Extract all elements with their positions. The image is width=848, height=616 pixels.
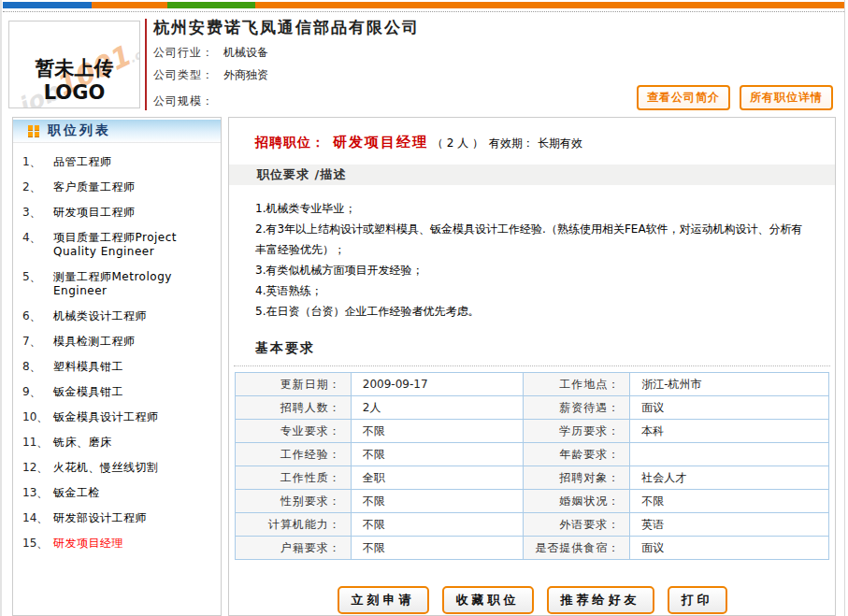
- basic-requirements-header: 基本要求: [234, 338, 830, 366]
- sidebar-item-job-12[interactable]: 12、火花机、慢丝线切割: [22, 461, 217, 475]
- topbar-green-segment: [167, 2, 255, 8]
- sidebar-item-job-3[interactable]: 3、研发项目工程师: [22, 206, 217, 220]
- basic-requirements-title: 基本要求: [255, 340, 315, 355]
- field-label: 工作性质：: [236, 466, 352, 490]
- job-label: 钣金模具钳工: [53, 385, 217, 399]
- job-label: 钣金模具设计工程师: [53, 410, 217, 424]
- field-value: 面议: [630, 537, 829, 560]
- field-label: 专业要求：: [236, 420, 352, 443]
- validity-value: 长期有效: [538, 136, 582, 150]
- sidebar-item-job-11[interactable]: 11、铣床、磨床: [22, 436, 217, 450]
- field-value: 全职: [351, 466, 523, 490]
- table-row: 工作经验： 不限 年龄要求：: [236, 443, 829, 466]
- field-value: 本科: [630, 420, 829, 443]
- job-header: 招聘职位：研发项目经理（ 2 人 ）有效期：长期有效: [229, 118, 835, 151]
- table-row: 招聘人数： 2人 薪资待遇： 面议: [236, 396, 829, 420]
- table-row: 工作性质： 全职 招聘对象： 社会人才: [236, 466, 829, 490]
- job-label: 研发部设计工程师: [53, 511, 217, 525]
- no-logo-text: 暂未上传LOGO: [9, 55, 139, 104]
- sidebar-item-job-5[interactable]: 5、测量工程师Metrology Engineer: [22, 270, 217, 298]
- job-number: 3、: [22, 206, 53, 220]
- job-title: 研发项目经理: [333, 134, 428, 150]
- description-line: 2.有3年以上结构设计或塑料模具、钣金模具设计工作经验.（熟练使用相关FEA软件…: [255, 219, 803, 260]
- recruit-position-label: 招聘职位：: [255, 135, 325, 150]
- job-number: 10、: [22, 410, 53, 424]
- field-label: 学历要求：: [523, 420, 629, 443]
- action-buttons: 立刻申请 收藏职位 推荐给好友 打印: [229, 586, 835, 614]
- field-label: 婚姻状况：: [523, 490, 629, 513]
- field-value: 面议: [630, 396, 829, 420]
- recommend-to-friend-button[interactable]: 推荐给好友: [547, 586, 654, 614]
- sidebar-item-job-9[interactable]: 9、钣金模具钳工: [22, 385, 217, 399]
- type-value: 外商独资: [223, 68, 268, 81]
- basic-requirements-table: 更新日期： 2009-09-17 工作地点： 浙江-杭州市 招聘人数： 2人 薪…: [235, 372, 829, 560]
- view-company-profile-button[interactable]: 查看公司简介: [637, 85, 730, 110]
- job-list-header: 职位列表: [13, 118, 221, 143]
- field-label: 工作经验：: [236, 443, 352, 466]
- apply-now-button[interactable]: 立刻申请: [338, 586, 429, 614]
- job-label: 铣床、磨床: [53, 436, 217, 450]
- industry-value: 机械设备: [223, 46, 268, 59]
- field-value: [630, 443, 829, 466]
- field-label: 性别要求：: [236, 490, 352, 513]
- field-value: 不限: [351, 443, 523, 466]
- sidebar-item-job-7[interactable]: 7、模具检测工程师: [22, 335, 217, 349]
- sidebar-item-job-8[interactable]: 8、塑料模具钳工: [22, 360, 217, 374]
- sidebar-item-job-13[interactable]: 13、钣金工检: [22, 486, 217, 500]
- job-label: 塑料模具钳工: [53, 360, 217, 374]
- industry-label: 公司行业：: [153, 46, 214, 59]
- dotted-divider: [3, 11, 844, 12]
- field-label: 薪资待遇：: [523, 396, 629, 420]
- field-value: 不限: [351, 420, 523, 443]
- job-number: 12、: [22, 461, 53, 475]
- job-label: 机械类设计工程师: [53, 309, 217, 323]
- job-label: 客户质量工程师: [53, 180, 217, 194]
- job-label: 火花机、慢丝线切割: [53, 461, 217, 475]
- job-number: 7、: [22, 335, 53, 349]
- sidebar-item-job-15-current[interactable]: 15、研发项目经理: [22, 537, 217, 551]
- field-value: 2009-09-17: [351, 373, 523, 396]
- field-value: 不限: [351, 537, 523, 560]
- all-jobs-button[interactable]: 所有职位详情: [740, 85, 833, 110]
- grid-icon: [28, 125, 39, 136]
- header-red-divider: [145, 19, 147, 110]
- sidebar-item-job-1[interactable]: 1、品管工程师: [22, 155, 217, 169]
- print-button[interactable]: 打印: [668, 586, 727, 614]
- topbar-orange-segment: [92, 2, 167, 8]
- field-label: 年龄要求：: [523, 443, 629, 466]
- field-label: 户籍要求：: [236, 537, 352, 560]
- job-number: 1、: [22, 155, 53, 169]
- field-label: 招聘对象：: [523, 466, 629, 490]
- sidebar-item-job-10[interactable]: 10、钣金模具设计工程师: [22, 410, 217, 424]
- job-number: 2、: [22, 180, 53, 194]
- sidebar-item-job-14[interactable]: 14、研发部设计工程师: [22, 511, 217, 525]
- job-label: 研发项目工程师: [53, 206, 217, 220]
- company-size-row: 公司规模：: [153, 93, 223, 109]
- validity-label: 有效期：: [489, 136, 534, 150]
- job-number: 6、: [22, 309, 53, 323]
- description-line: 1.机械类专业毕业；: [255, 198, 803, 219]
- job-number: 9、: [22, 385, 53, 399]
- topbar-blue-segment: [3, 2, 92, 8]
- job-list-title: 职位列表: [48, 122, 111, 139]
- job-number: 11、: [22, 436, 53, 450]
- favorite-job-button[interactable]: 收藏职位: [442, 586, 534, 614]
- table-row: 性别要求： 不限 婚姻状况： 不限: [236, 490, 829, 513]
- topbar-orange-long-segment: [255, 2, 844, 8]
- field-value: 2人: [351, 396, 523, 420]
- sidebar-item-job-4[interactable]: 4、项目质量工程师Project Quality Engineer: [22, 231, 217, 259]
- sidebar-item-job-2[interactable]: 2、客户质量工程师: [22, 180, 217, 194]
- company-header: job1001.com 暂未上传LOGO 杭州安费诺飞凤通信部品有限公司 公司行…: [3, 15, 844, 114]
- size-label: 公司规模：: [153, 94, 214, 107]
- table-row: 更新日期： 2009-09-17 工作地点： 浙江-杭州市: [236, 373, 829, 396]
- field-value: 英语: [630, 513, 829, 537]
- description-line: 3.有类似机械方面项目开发经验；: [255, 260, 803, 280]
- sidebar-item-job-6[interactable]: 6、机械类设计工程师: [22, 309, 217, 323]
- job-list: 1、品管工程师 2、客户质量工程师 3、研发项目工程师 4、项目质量工程师Pro…: [13, 143, 221, 551]
- job-number: 15、: [22, 537, 53, 551]
- field-label: 是否提供食宿：: [523, 537, 629, 560]
- job-number: 14、: [22, 511, 53, 525]
- field-label: 招聘人数：: [236, 396, 352, 420]
- job-label: 项目质量工程师Project Quality Engineer: [53, 231, 217, 259]
- field-value: 不限: [351, 490, 523, 513]
